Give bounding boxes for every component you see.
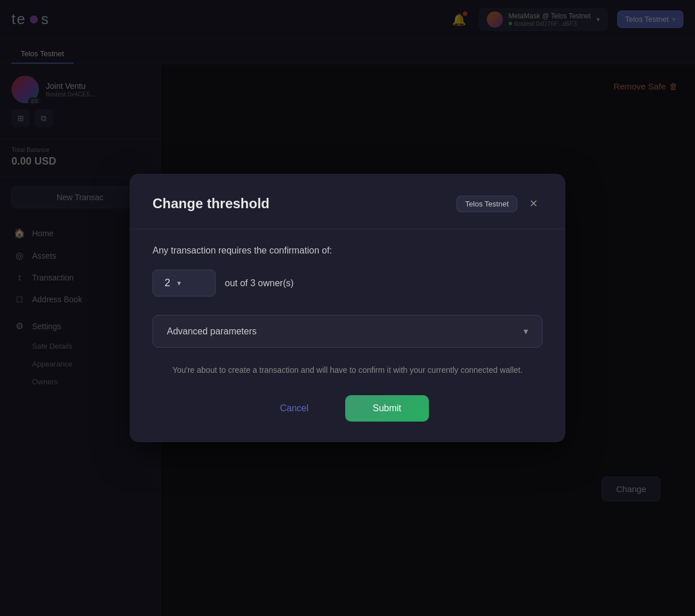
advanced-chevron-icon: ▾ <box>524 326 528 337</box>
modal-divider <box>130 229 565 229</box>
modal-info-text: You're about to create a transaction and… <box>153 364 542 376</box>
threshold-select[interactable]: 2 ▾ <box>153 270 216 297</box>
advanced-parameters-section[interactable]: Advanced parameters ▾ <box>153 315 542 348</box>
modal-close-button[interactable]: ✕ <box>524 194 542 213</box>
modal-overlay[interactable]: Change threshold Telos Testnet ✕ Any tra… <box>0 0 695 616</box>
threshold-row: 2 ▾ out of 3 owner(s) <box>153 270 542 297</box>
modal-confirm-text: Any transaction requires the confirmatio… <box>153 245 542 256</box>
modal-header: Change threshold Telos Testnet ✕ <box>153 194 542 213</box>
threshold-arrow-icon: ▾ <box>177 279 181 287</box>
change-threshold-modal: Change threshold Telos Testnet ✕ Any tra… <box>130 174 565 442</box>
cancel-button[interactable]: Cancel <box>266 396 322 420</box>
threshold-value: 2 <box>165 277 170 289</box>
modal-actions: Cancel Submit <box>153 395 542 422</box>
modal-network-badge: Telos Testnet <box>456 196 517 212</box>
modal-title: Change threshold <box>153 196 270 212</box>
threshold-label: out of 3 owner(s) <box>225 278 294 288</box>
submit-button[interactable]: Submit <box>345 395 429 422</box>
advanced-label: Advanced parameters <box>167 326 257 337</box>
